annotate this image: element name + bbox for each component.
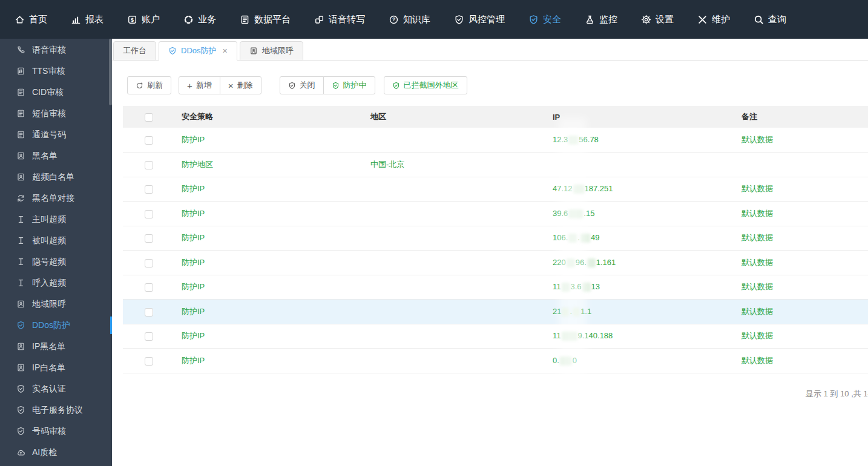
sidebar-item-cid-audit[interactable]: CID审核 [0,82,112,103]
row-checkbox[interactable] [145,136,153,145]
sidebar: 语音审核TTS审核CID审核短信审核通道号码黑名单超频白名单黑名单对接主叫超频被… [0,39,112,466]
ip-segment: 96. [576,258,587,267]
nav-item-monitor[interactable]: 监控 [585,14,617,25]
nav-item-reports[interactable]: 报表 [71,14,104,25]
sidebar-item-inbound-freq[interactable]: 呼入超频 [0,272,112,294]
column-header-note: 备注 [728,106,868,128]
close-protection-button[interactable]: 关闭 [280,76,324,94]
nav-item-data-platform[interactable]: 数据平台 [240,14,291,25]
nav-item-voice-transcribe[interactable]: 语音转写 [314,14,365,25]
note-cell: 默认数据 [728,275,868,300]
tab-label: 地域限呼 [262,45,294,56]
row-checkbox[interactable] [145,210,153,218]
nav-item-account[interactable]: $账户 [127,14,160,25]
table-row[interactable]: 防护IP113.613默认数据 [123,275,868,300]
sidebar-item-region-limit[interactable]: 地域限呼 [0,294,112,315]
row-checkbox[interactable] [145,185,153,194]
nav-item-label: 业务 [198,14,216,25]
region-cell [357,202,539,226]
ip-redaction-mask [587,258,596,267]
delete-button[interactable]: × 删除 [220,76,261,94]
sidebar-item-ip-whitelist[interactable]: IP白名单 [0,357,112,378]
nav-item-risk-management[interactable]: 风控管理 [454,14,505,25]
sidebar-item-e-service-agreement[interactable]: 电子服务协议 [0,399,112,421]
region-cell [357,128,539,153]
tab-workbench[interactable]: 工作台 [113,41,156,61]
ip-redaction-mask [562,283,570,292]
x-icon: × [228,81,234,90]
shield-icon [288,82,296,90]
tab-close-icon[interactable]: × [223,47,228,55]
table-row[interactable]: 防护IP12.356.78默认数据 [123,128,868,153]
tab-region-limit[interactable]: 地域限呼 [240,41,303,61]
sidebar-item-realname-auth[interactable]: 实名认证 [0,378,112,399]
ip-cell: 47.12187.251 [539,177,728,202]
sidebar-item-ai-qc[interactable]: AI质检 [0,442,112,463]
select-all-checkbox[interactable] [145,113,153,122]
table-row[interactable]: 防护IP47.12187.251默认数据 [123,177,868,202]
refresh-label: 刷新 [147,80,163,91]
blocked-foreign-regions-button[interactable]: 已拦截国外地区 [384,76,467,94]
sidebar-item-ddos[interactable]: DDos防护 [0,315,112,336]
table-row[interactable]: 防护IP106..49默认数据 [123,226,868,251]
tab-bar: 工作台DDos防护×地域限呼 [112,39,868,61]
sidebar-item-tts-audit[interactable]: TTS审核 [0,61,112,82]
ip-segment: 106. [553,233,568,242]
freq-icon [16,236,25,245]
sidebar-item-blacklist[interactable]: 黑名单 [0,145,112,166]
row-checkbox[interactable] [145,357,153,366]
nav-item-maintenance[interactable]: 维护 [697,14,730,25]
ip-redaction-mask [562,332,577,341]
nav-item-label: 报表 [85,14,104,25]
nav-item-home[interactable]: 首页 [15,14,47,25]
table-row[interactable]: 防护IP39.6.15默认数据 [123,202,868,226]
ip-segment: 47.12 [553,184,573,193]
ip-redaction-mask [567,258,575,267]
sidebar-item-blacklist-link[interactable]: 黑名单对接 [0,188,112,209]
sidebar-item-number-audit[interactable]: 号码审核 [0,421,112,442]
shield-check-icon [392,82,400,90]
region-cell [357,177,539,202]
row-checkbox[interactable] [145,234,153,243]
sync-icon [16,194,25,203]
protecting-button[interactable]: 防护中 [323,76,375,94]
ip-segment: 3.6 [571,282,582,291]
row-checkbox[interactable] [145,332,153,341]
sidebar-item-ip-blacklist[interactable]: IP黑名单 [0,336,112,357]
sidebar-item-channel-number[interactable]: 通道号码 [0,124,112,145]
nav-item-query[interactable]: 查询 [754,14,786,25]
table-row[interactable]: 防护IP22096.1.161默认数据 [123,251,868,275]
top-navigation-bar: 首页报表$账户业务数据平台语音转写?知识库风控管理安全监控设置维护查询 [0,0,868,39]
nav-item-settings[interactable]: 设置 [641,14,674,25]
home-icon [15,15,25,25]
sidebar-item-label: AI质检 [32,447,57,458]
sidebar-item-voice-audit[interactable]: 语音审核 [0,39,112,61]
risk-management-icon [454,15,464,25]
nav-item-business[interactable]: 业务 [183,14,216,25]
svg-text:?: ? [392,16,395,22]
sidebar-item-caller-freq[interactable]: 主叫超频 [0,209,112,230]
policy-cell: 防护地区 [168,153,357,177]
table-row[interactable]: 防护IP0.0默认数据 [123,349,868,373]
table-row[interactable]: 防护IP21.1.1默认数据 [123,300,868,324]
add-button[interactable]: + 新增 [179,76,220,94]
table-row[interactable]: 防护地区中国-北京 [123,153,868,177]
shield-check-icon [16,405,25,415]
nav-item-security[interactable]: 安全 [528,14,561,25]
ip-cell: 12.356.78 [539,128,728,153]
nav-item-knowledge-base[interactable]: ?知识库 [389,14,430,25]
tab-ddos[interactable]: DDos防护× [159,41,237,61]
sidebar-item-hidden-freq[interactable]: 隐号超频 [0,251,112,272]
row-checkbox[interactable] [145,161,153,169]
row-checkbox[interactable] [145,308,153,317]
sidebar-item-callee-freq[interactable]: 被叫超频 [0,230,112,251]
policy-cell: 防护IP [168,226,357,251]
sidebar-item-freq-whitelist[interactable]: 超频白名单 [0,166,112,188]
sidebar-item-sms-audit[interactable]: 短信审核 [0,103,112,124]
row-checkbox[interactable] [145,283,153,292]
refresh-button[interactable]: 刷新 [127,76,171,94]
nav-item-label: 查询 [768,14,786,25]
table-row[interactable]: 防护IP119.140.188默认数据 [123,324,868,349]
sidebar-item-label: 语音审核 [32,45,66,56]
row-checkbox[interactable] [145,259,153,267]
